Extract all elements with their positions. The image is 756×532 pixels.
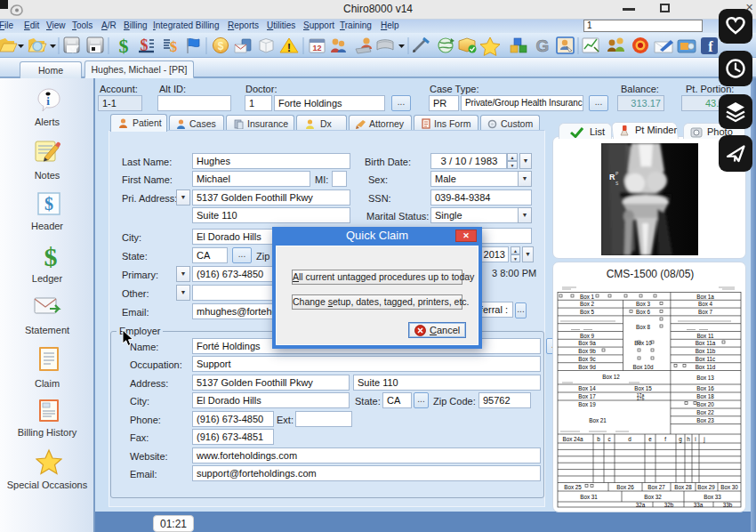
svg-text:!: ! [287,42,291,54]
svg-text:Box 8: Box 8 [636,324,651,330]
svg-text:Box 24a: Box 24a [562,436,583,442]
svg-text:Box 1: Box 1 [580,294,595,300]
svg-text:Box 26: Box 26 [616,484,634,490]
svg-text:Box 14: Box 14 [578,385,596,391]
svg-text:b: b [597,436,600,442]
svg-text:Box 31: Box 31 [580,494,598,500]
svg-text:$: $ [44,194,53,214]
svg-text:Box 33: Box 33 [704,494,721,500]
svg-text:Box 7: Box 7 [698,309,713,315]
svg-text:Box 11d: Box 11d [696,364,716,370]
svg-text:h: h [687,436,690,442]
svg-text:$: $ [119,35,129,57]
svg-text:Box 10: Box 10 [634,340,652,346]
svg-text:Box 9c: Box 9c [578,356,595,362]
svg-text:Box 25: Box 25 [564,484,582,490]
svg-text:f: f [664,436,666,442]
svg-text:Box 9: Box 9 [580,333,595,339]
svg-text:$: $ [218,40,224,52]
svg-text:Box 30: Box 30 [720,484,738,490]
svg-text:R: R [609,173,615,181]
svg-text:Box 11b: Box 11b [696,348,716,354]
svg-text:Box 19: Box 19 [578,401,596,407]
svg-text:Box 9b: Box 9b [578,348,596,354]
svg-text:Box 10d: Box 10d [632,364,654,370]
svg-text:Box 11: Box 11 [696,333,714,339]
svg-text:Box 20: Box 20 [696,401,714,407]
svg-text:Box 11a: Box 11a [696,340,716,346]
svg-text:33a: 33a [694,502,704,508]
svg-text:f: f [708,39,713,54]
svg-text:12: 12 [312,44,321,52]
svg-text:e: e [648,436,652,442]
svg-text:i: i [46,94,50,108]
svg-text:Box 16: Box 16 [696,385,714,391]
svg-text:Box 22: Box 22 [696,409,714,415]
svg-text:j: j [703,436,704,443]
svg-text:c: c [607,436,610,442]
svg-text:Box 15: Box 15 [634,385,652,391]
svg-text:Box 1a: Box 1a [696,294,714,300]
svg-text:33b: 33b [723,502,733,508]
svg-text:32a: 32a [636,502,646,508]
svg-text:Box 9d: Box 9d [578,364,596,370]
svg-text:d: d [628,436,631,442]
svg-text:G: G [536,36,550,55]
svg-text:i: i [695,436,696,442]
svg-text:Box 6: Box 6 [636,309,651,315]
svg-text:Box 2: Box 2 [580,301,595,307]
svg-text:Box 17: Box 17 [578,393,596,399]
svg-text:Box 5: Box 5 [580,309,595,315]
svg-text:Box 18: Box 18 [696,393,714,399]
svg-text:Box 9a: Box 9a [578,340,596,346]
svg-text:Box 28: Box 28 [674,484,692,490]
svg-text:Box 4: Box 4 [698,301,713,307]
svg-text:g: g [679,436,682,443]
svg-text:$: $ [44,242,58,270]
svg-text:Box 32: Box 32 [644,494,662,500]
svg-text:32b: 32b [664,502,674,508]
svg-text:Box 13: Box 13 [696,375,714,381]
svg-text:Box 3: Box 3 [636,301,651,307]
svg-text:Box 11c: Box 11c [696,356,715,362]
svg-text:Box 29: Box 29 [697,484,715,490]
svg-text:Box 23: Box 23 [696,417,714,423]
svg-text:Box 27: Box 27 [647,484,665,490]
svg-text:17b: 17b [637,396,645,401]
svg-text:$: $ [170,38,178,55]
svg-text:Box 12: Box 12 [602,374,620,380]
svg-text:Box 21: Box 21 [589,417,607,423]
